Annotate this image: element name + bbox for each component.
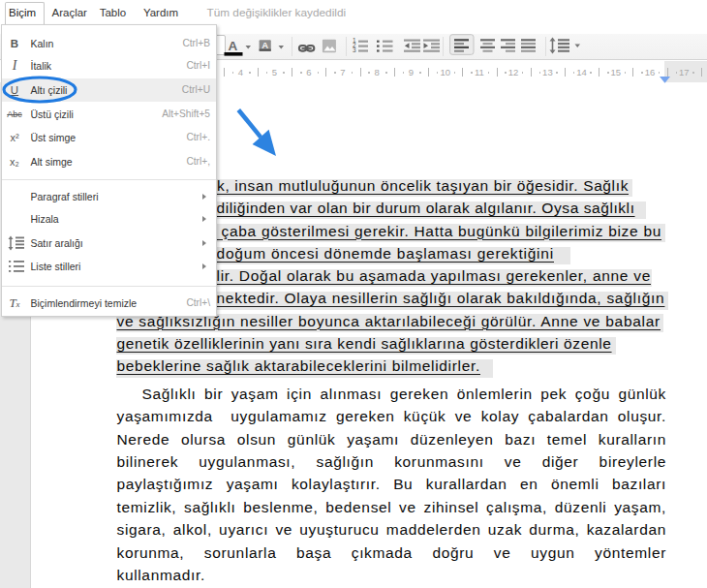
- svg-text:3: 3: [353, 46, 356, 53]
- svg-text:A: A: [229, 39, 238, 53]
